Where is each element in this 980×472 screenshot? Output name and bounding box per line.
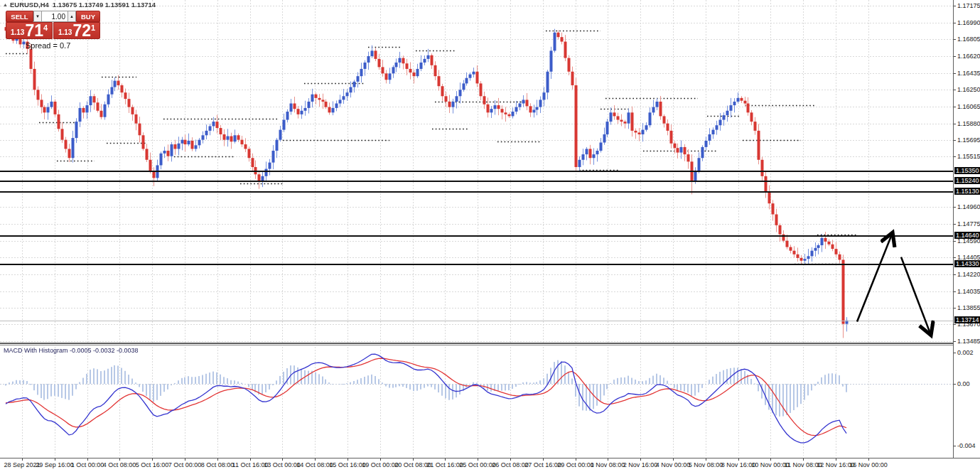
time-tick-mark [803, 458, 804, 461]
price-tick-label: 1.16250 [957, 86, 980, 93]
time-tick-mark [478, 458, 478, 461]
horizontal-level-line[interactable] [0, 191, 953, 193]
price-tick-label: 1.16065 [957, 103, 980, 110]
time-tick-mark [315, 458, 316, 461]
price-tick-mark [954, 140, 956, 141]
price-tick-label: 1.17175 [957, 2, 980, 9]
time-tick-mark [706, 458, 706, 461]
time-tick-mark [55, 458, 55, 461]
time-tick-mark [576, 458, 576, 461]
chevron-up-icon: ▲ [70, 14, 74, 18]
time-tick-mark [348, 458, 348, 461]
price-tick-label: 1.15515 [957, 153, 980, 160]
chart-symbol-period: EURUSD,H4 [10, 1, 49, 9]
price-tick-mark [954, 156, 956, 157]
volume-increase-button[interactable]: ▲ [68, 11, 76, 22]
sell-button[interactable]: SELL [6, 11, 33, 22]
price-tick-label: 1.15880 [957, 120, 980, 127]
buy-price-point: 1 [91, 23, 95, 32]
sell-price-base: 1.13 [11, 28, 24, 38]
price-tick-label: 1.14035 [957, 288, 980, 295]
price-tick-mark [954, 324, 956, 325]
volume-input[interactable] [42, 11, 68, 22]
price-tick-mark [954, 56, 956, 57]
price-tick-mark [954, 353, 956, 353]
horizontal-level-line[interactable] [0, 235, 953, 237]
price-tick-mark [954, 90, 956, 90]
mt4-chart-window: ▲EURUSD,H41.13675 1.13749 1.13591 1.1371… [0, 0, 980, 472]
buy-button[interactable]: BUY [76, 11, 100, 22]
time-tick-mark [22, 458, 23, 461]
sell-quote-button[interactable]: 1.13 71 4 [6, 22, 53, 39]
price-tick-mark [954, 241, 956, 242]
time-tick-mark [868, 458, 869, 461]
one-click-trading-panel: SELL ▼ ▲ BUY 1.13 71 4 1.13 72 1 [6, 11, 100, 39]
time-tick-mark [217, 458, 218, 461]
price-tick-mark [954, 341, 956, 342]
time-tick-mark [640, 458, 641, 461]
price-tick-label: 1.16990 [957, 19, 980, 26]
price-tick-mark [954, 384, 956, 385]
price-axis[interactable]: 1.171751.169901.168051.166201.164351.162… [953, 0, 980, 472]
macd-indicator-values: -0.0005 -0.0032 -0.0038 [70, 347, 139, 354]
price-tick-label: 1.16620 [957, 53, 980, 60]
price-tick-label: 1.16435 [957, 70, 980, 77]
macd-indicator-name: MACD With Histogram [4, 347, 68, 354]
buy-price-base: 1.13 [58, 28, 72, 38]
chart-title: ▲EURUSD,H41.13675 1.13749 1.13591 1.1371… [3, 1, 156, 9]
pane-separator[interactable] [0, 343, 980, 345]
time-tick-label: 16 Nov 00:00 [844, 461, 893, 468]
time-tick-mark [608, 458, 608, 461]
horizontal-level-line[interactable] [0, 264, 953, 265]
current-price-line [0, 321, 953, 321]
price-tick-mark [954, 291, 956, 292]
time-tick-mark [770, 458, 771, 461]
price-tick-label: 1.16805 [957, 36, 980, 43]
price-tick-mark [954, 207, 956, 208]
sell-price-pips: 71 [25, 23, 43, 38]
time-tick-mark [119, 458, 120, 461]
price-tick-mark [954, 107, 956, 107]
level-price-badge: 1.15130 [954, 188, 980, 195]
spread-label: Spread = 0.7 [26, 41, 70, 50]
level-price-badge: 1.14640 [954, 232, 980, 239]
price-tick-mark [954, 39, 956, 40]
price-tick-label: 1.15695 [957, 136, 980, 144]
price-tick-label: 1.13485 [957, 338, 980, 345]
time-tick-mark [185, 458, 185, 461]
price-tick-label: 1.14960 [957, 203, 980, 210]
chevron-down-icon: ▼ [36, 14, 40, 18]
macd-tick-label: 0.00 [957, 380, 970, 387]
price-tick-mark [954, 274, 956, 275]
time-tick-mark [87, 458, 88, 461]
time-tick-mark [738, 458, 739, 461]
price-tick-mark [954, 308, 956, 309]
price-tick-mark [954, 73, 956, 74]
sell-price-point: 4 [43, 23, 48, 32]
time-tick-mark [836, 458, 836, 461]
price-tick-label: 1.14775 [957, 220, 980, 227]
volume-decrease-button[interactable]: ▼ [33, 11, 42, 22]
price-tick-mark [954, 6, 956, 6]
level-price-badge: 1.14330 [954, 260, 980, 267]
chart-ohlc-values: 1.13675 1.13749 1.13591 1.13714 [53, 1, 156, 9]
price-tick-label: 1.13855 [957, 304, 980, 311]
time-tick-mark [413, 458, 414, 461]
time-tick-mark [250, 458, 251, 461]
price-tick-mark [954, 257, 956, 258]
time-tick-mark [510, 458, 511, 461]
horizontal-level-line[interactable] [0, 181, 953, 182]
price-tick-mark [954, 446, 956, 446]
buy-quote-button[interactable]: 1.13 72 1 [53, 22, 100, 39]
level-price-badge: 1.15350 [954, 167, 980, 174]
horizontal-level-line[interactable] [0, 171, 953, 172]
time-axis[interactable]: 28 Sep 202129 Sep 16:001 Oct 00:004 Oct … [0, 458, 980, 472]
price-tick-mark [954, 224, 956, 225]
macd-tick-label: 0.002 [957, 349, 974, 356]
time-tick-mark [543, 458, 544, 461]
macd-tick-label: -0.004 [957, 442, 976, 449]
time-tick-mark [152, 458, 153, 461]
time-tick-mark [380, 458, 381, 461]
time-tick-mark [673, 458, 674, 461]
current-price-badge: 1.13714 [954, 316, 980, 323]
